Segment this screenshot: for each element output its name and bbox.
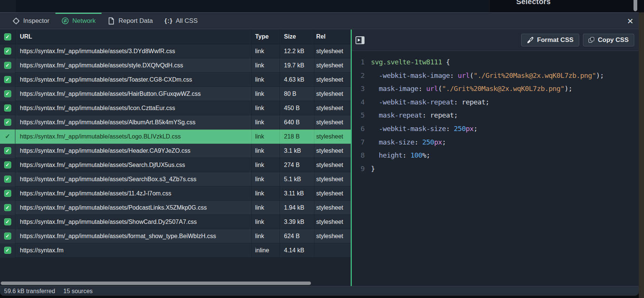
table-row[interactable]: ✓https://syntax.fm/_app/immutable/assets… xyxy=(0,87,351,101)
table-row[interactable]: ✓https://syntax.fm/_app/immutable/assets… xyxy=(0,215,351,229)
row-checkbox-cell[interactable]: ✓ xyxy=(0,201,15,215)
status-bar: 59.6 kB transferred 15 sources xyxy=(0,286,639,296)
table-row[interactable]: ✓https://syntax.fm/_app/immutable/assets… xyxy=(0,58,351,73)
checkbox-icon[interactable]: ✓ xyxy=(4,218,11,225)
row-checkbox-cell[interactable]: ✓ xyxy=(0,73,15,87)
tab-all-css[interactable]: {:} All CSS xyxy=(159,13,204,29)
checkbox-icon[interactable]: ✓ xyxy=(4,48,11,55)
row-url-cell: https://syntax.fm/_app/immutable/assets/… xyxy=(15,87,251,101)
select-all-checkbox[interactable]: ✓ xyxy=(0,30,15,44)
row-type-cell: link xyxy=(251,186,279,201)
row-type-cell: link xyxy=(251,201,279,215)
row-type-cell: link xyxy=(251,215,279,229)
table-row[interactable]: ✓https://syntax.fm/_app/immutable/assets… xyxy=(0,158,351,172)
table-row[interactable]: ✓https://syntax.fm/_app/immutable/assets… xyxy=(0,73,351,87)
tab-network[interactable]: Network xyxy=(55,13,102,29)
format-css-button[interactable]: Format CSS xyxy=(521,34,579,46)
row-size-cell: 4.63 kB xyxy=(279,73,314,87)
row-checkbox-cell[interactable]: ✓ xyxy=(0,44,15,58)
table-row[interactable]: ✓https://syntax.fm/_app/immutable/assets… xyxy=(0,186,351,201)
copy-css-label: Copy CSS xyxy=(598,36,629,44)
row-size-cell: 274 B xyxy=(279,158,314,172)
line-number: 7 xyxy=(356,136,365,149)
row-checkbox-cell[interactable]: ✓ xyxy=(0,229,15,243)
row-checkbox-cell[interactable]: ✓ xyxy=(0,172,15,186)
screen: Selectors Inspector xyxy=(0,0,644,298)
table-row[interactable]: ✓https://syntax.fm/_app/immutable/assets… xyxy=(0,144,351,158)
row-checkbox-cell[interactable]: ✓ xyxy=(0,115,15,130)
row-rel-cell: stylesheet xyxy=(314,172,351,186)
row-url-cell: https://syntax.fm/_app/immutable/assets/… xyxy=(15,186,251,201)
row-url-cell: https://syntax.fm/_app/immutable/assets/… xyxy=(15,144,251,158)
checkbox-icon: ✓ xyxy=(4,33,11,40)
row-type-cell: link xyxy=(251,158,279,172)
row-type-cell: link xyxy=(251,172,279,186)
row-checkbox-cell[interactable]: ✓ xyxy=(0,58,15,73)
checkbox-icon[interactable]: ✓ xyxy=(4,119,11,126)
horizontal-scrollbar-thumb[interactable] xyxy=(1,282,311,285)
checkbox-icon[interactable]: ✓ xyxy=(4,76,11,83)
checkbox-icon[interactable]: ✓ xyxy=(4,90,11,97)
row-rel-cell: stylesheet xyxy=(314,158,351,172)
row-checkbox-cell[interactable]: ✓ xyxy=(0,130,15,144)
checkbox-icon[interactable]: ✓ xyxy=(4,204,11,211)
css-code-panel: Format CSS Copy CSS 1svg.svelte-1tw8111 … xyxy=(352,30,639,286)
close-icon[interactable]: ✕ xyxy=(627,17,634,25)
row-size-cell: 4.14 kB xyxy=(279,243,314,258)
checkbox-icon[interactable]: ✓ xyxy=(4,161,11,168)
background-page-strip: Selectors xyxy=(0,0,644,12)
css-code-area[interactable]: 1svg.svelte-1tw8111 {2 -webkit-mask-imag… xyxy=(352,51,639,286)
row-size-cell: 3.1 kB xyxy=(279,144,314,158)
checkbox-icon[interactable]: ✓ xyxy=(4,232,11,240)
row-checkbox-cell[interactable]: ✓ xyxy=(0,87,15,101)
table-row[interactable]: ✓https://syntax.fm/_app/immutable/assets… xyxy=(0,201,351,215)
transferred-total: 59.6 kB transferred xyxy=(4,288,55,295)
expand-panel-icon[interactable] xyxy=(356,36,365,44)
row-checkbox-cell[interactable]: ✓ xyxy=(0,243,15,258)
table-row[interactable]: ✓https://syntax.fm/_app/immutable/assets… xyxy=(0,101,351,115)
row-rel-cell: stylesheet xyxy=(314,144,351,158)
column-header-size[interactable]: Size xyxy=(279,30,314,44)
checkbox-icon[interactable]: ✓ xyxy=(4,247,11,254)
table-row[interactable]: ✓https://syntax.fm/_app/immutable/assets… xyxy=(0,130,351,144)
checkbox-icon[interactable]: ✓ xyxy=(4,104,11,112)
checkbox-icon[interactable]: ✓ xyxy=(4,176,11,183)
table-row[interactable]: ✓https://syntax.fminline4.14 kB xyxy=(0,243,351,258)
row-type-cell: link xyxy=(251,130,279,144)
row-checkbox-cell[interactable]: ✓ xyxy=(0,215,15,229)
tab-report-data[interactable]: Report Data xyxy=(102,13,159,29)
row-url-cell: https://syntax.fm/_app/immutable/assets/… xyxy=(15,73,251,87)
row-checkbox-cell[interactable]: ✓ xyxy=(0,186,15,201)
row-type-cell: link xyxy=(251,87,279,101)
row-type-cell: link xyxy=(251,229,279,243)
column-header-type[interactable]: Type xyxy=(251,30,279,44)
checkbox-icon[interactable]: ✓ xyxy=(4,190,11,197)
column-header-rel[interactable]: Rel xyxy=(314,30,351,44)
table-row[interactable]: ✓https://syntax.fm/_app/immutable/assets… xyxy=(0,115,351,130)
row-rel-cell: stylesheet xyxy=(314,229,351,243)
table-row[interactable]: ✓https://syntax.fm/_app/immutable/assets… xyxy=(0,229,351,243)
row-size-cell: 12.2 kB xyxy=(279,44,314,58)
tab-inspector[interactable]: Inspector xyxy=(6,13,55,29)
checkbox-icon[interactable]: ✓ xyxy=(4,62,11,69)
copy-css-button[interactable]: Copy CSS xyxy=(583,34,634,46)
code-line: 5 mask-repeat: repeat; xyxy=(352,109,639,122)
horizontal-scrollbar[interactable] xyxy=(0,282,351,285)
row-checkbox-cell[interactable]: ✓ xyxy=(0,144,15,158)
row-checkbox-cell[interactable]: ✓ xyxy=(0,158,15,172)
row-size-cell: 3.39 kB xyxy=(279,215,314,229)
row-url-cell: https://syntax.fm/_app/immutable/assets/… xyxy=(15,158,251,172)
network-table-panel: ✓ URL Type Size Rel ✓https://syntax.fm/_… xyxy=(0,30,351,286)
row-rel-cell: stylesheet xyxy=(314,73,351,87)
checkmark-icon[interactable]: ✓ xyxy=(5,133,10,140)
table-row[interactable]: ✓https://syntax.fm/_app/immutable/assets… xyxy=(0,44,351,58)
code-line: 1svg.svelte-1tw8111 { xyxy=(352,55,639,69)
row-size-cell: 640 B xyxy=(279,115,314,130)
page-vertical-scrollbar[interactable] xyxy=(634,0,637,11)
checkbox-icon[interactable]: ✓ xyxy=(4,147,11,154)
row-checkbox-cell[interactable]: ✓ xyxy=(0,101,15,115)
line-number: 5 xyxy=(356,109,365,122)
column-header-url[interactable]: URL xyxy=(15,30,251,44)
line-number: 1 xyxy=(356,55,365,69)
table-row[interactable]: ✓https://syntax.fm/_app/immutable/assets… xyxy=(0,172,351,186)
